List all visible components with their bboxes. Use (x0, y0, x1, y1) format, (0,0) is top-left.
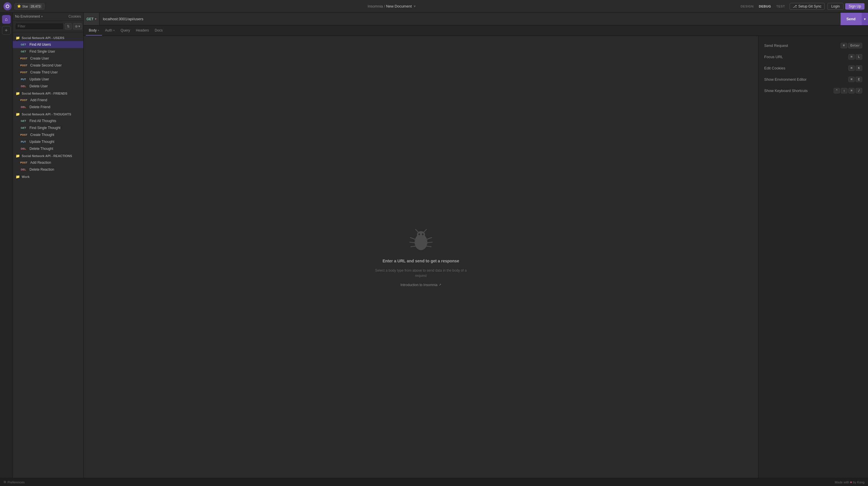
folder-icon: 📁 (16, 112, 20, 116)
item-label: Create Thought (30, 133, 54, 137)
tab-docs[interactable]: Docs (152, 26, 165, 36)
send-button-group: Send ▾ (840, 13, 868, 25)
key-l: L (856, 54, 862, 60)
sidebar-item-add-friend[interactable]: POST Add Friend (13, 97, 83, 103)
sidebar-item-create-user[interactable]: POST Create User (13, 55, 83, 62)
tab-headers[interactable]: Headers (133, 26, 152, 36)
shortcut-cookies-label: Edit Cookies (764, 66, 785, 70)
shortcut-env-editor: Show Environment Editor ⌘ E (764, 77, 862, 82)
by-kong-text: by Kong (853, 481, 865, 484)
filter-input[interactable] (15, 23, 64, 30)
item-label: Create Second User (30, 63, 62, 67)
git-sync-label: Setup Git Sync (798, 4, 822, 8)
tab-auth[interactable]: Auth ▾ (102, 26, 118, 36)
tab-query[interactable]: Query (118, 26, 133, 36)
sidebar-item-delete-friend[interactable]: DEL Delete Friend (13, 103, 83, 111)
add-nav-button[interactable]: + (2, 26, 11, 35)
method-selector[interactable]: GET ▾ (84, 13, 99, 25)
login-button[interactable]: Login (828, 3, 843, 10)
sidebar-item-add-reaction[interactable]: POST Add Reaction (13, 159, 83, 166)
group-friends-label: Social Network API - FRIENDS (22, 92, 67, 95)
method-badge-put: PUT (19, 140, 28, 144)
made-by: Made with ♥ by Kong (835, 481, 865, 484)
sidebar-item-create-second-user[interactable]: POST Create Second User (13, 62, 83, 69)
bug-icon (408, 227, 434, 254)
key-cmd: ⌘ (848, 54, 855, 60)
tab-body-label: Body (89, 28, 97, 32)
test-mode-button[interactable]: TEST (775, 4, 787, 9)
shortcut-keyboard-shortcuts: Show Keyboard Shortcuts ^ ⇧ ⌘ / (764, 88, 862, 93)
cookies-button[interactable]: Cookies (68, 14, 81, 19)
shortcut-focus-url: Focus URL ⌘ L (764, 54, 862, 60)
sidebar-item-find-single-user[interactable]: GET Find Single User (13, 48, 83, 55)
item-label: Update User (30, 77, 49, 81)
item-label: Create User (30, 56, 49, 60)
environment-selector[interactable]: No Environment ▾ (15, 14, 43, 19)
signup-button[interactable]: Sign Up (845, 3, 865, 9)
method-label: GET (87, 17, 94, 21)
sidebar-item-find-all-users[interactable]: GET Find All Users (13, 41, 83, 48)
method-badge-post: POST (19, 133, 29, 136)
item-label: Update Thought (30, 140, 54, 144)
item-label: Find All Users (30, 42, 51, 47)
key-shift: ⇧ (841, 88, 847, 93)
add-request-button[interactable]: ⊕ ▾ (73, 23, 82, 30)
group-users[interactable]: 📁 Social Network API - USERS (13, 34, 83, 41)
sidebar-item-find-all-thoughts[interactable]: GET Find All Thoughts (13, 117, 83, 124)
git-sync-button[interactable]: ⎇ Setup Git Sync (789, 3, 825, 10)
sidebar-item-update-thought[interactable]: PUT Update Thought (13, 138, 83, 145)
method-badge-del: DEL (19, 147, 28, 150)
item-label: Create Third User (30, 70, 58, 74)
method-badge-get: GET (19, 119, 28, 123)
sidebar-item-create-third-user[interactable]: POST Create Third User (13, 69, 83, 76)
topbar-right: Login Sign Up (828, 3, 865, 10)
sidebar: No Environment ▾ Cookies ⇅ ⊕ ▾ 📁 Social … (13, 13, 84, 478)
home-icon: ⌂ (5, 17, 8, 22)
content-area: Enter a URL and send to get a response S… (84, 36, 868, 478)
mode-buttons: DESIGN DEBUG TEST (739, 4, 787, 9)
app-logo[interactable] (3, 2, 11, 10)
home-nav-button[interactable]: ⌂ (2, 15, 11, 24)
empty-state: Enter a URL and send to get a response S… (84, 36, 758, 478)
folder-icon: 📁 (16, 36, 20, 40)
send-dropdown-button[interactable]: ▾ (861, 13, 868, 25)
sidebar-item-create-thought[interactable]: POST Create Thought (13, 131, 83, 138)
group-friends[interactable]: 📁 Social Network API - FRIENDS (13, 90, 83, 97)
item-label: Find Single Thought (30, 126, 60, 130)
key-cmd: ⌘ (840, 43, 847, 48)
intro-link[interactable]: Introduction to Insomnia ↗ (400, 283, 441, 287)
add-request-icon: ⊕ (75, 24, 78, 28)
heart-icon: ♥ (850, 481, 852, 484)
svg-line-6 (411, 246, 415, 247)
sidebar-item-delete-user[interactable]: DEL Delete User (13, 83, 83, 90)
group-work[interactable]: 📁 Work (13, 173, 83, 180)
preferences-label: Preferences (7, 481, 25, 484)
item-label: Add Friend (30, 98, 48, 102)
key-k: K (856, 65, 862, 71)
breadcrumb-app: Insomnia (368, 4, 383, 8)
design-mode-button[interactable]: DESIGN (739, 4, 755, 9)
request-bar: GET ▾ Send ▾ (84, 13, 868, 26)
method-badge-get: GET (19, 126, 28, 130)
group-thoughts[interactable]: 📁 Social Network API - THOUGHTS (13, 111, 83, 117)
method-badge-del: DEL (19, 105, 28, 109)
sidebar-item-find-single-thought[interactable]: GET Find Single Thought (13, 124, 83, 131)
svg-line-3 (424, 230, 427, 232)
method-chevron-icon: ▾ (95, 18, 96, 21)
sidebar-item-update-user[interactable]: PUT Update User (13, 76, 83, 83)
url-input[interactable] (99, 13, 841, 25)
breadcrumb-doc[interactable]: New Document (386, 4, 412, 8)
sidebar-item-delete-reaction[interactable]: DEL Delete Reaction (13, 166, 83, 173)
empty-state-subtitle: Select a body type from above to send da… (372, 268, 470, 278)
star-button[interactable]: ⭐ Star 28,473 (14, 3, 44, 9)
debug-mode-button[interactable]: DEBUG (757, 4, 773, 9)
sidebar-item-delete-thought[interactable]: DEL Delete Thought (13, 145, 83, 152)
send-main-button[interactable]: Send (840, 13, 861, 25)
item-label: Delete User (30, 84, 48, 88)
preferences-button[interactable]: ⚙ Preferences (3, 480, 25, 484)
group-reactions[interactable]: 📁 Social Network API - REACTIONS (13, 152, 83, 159)
svg-point-10 (418, 234, 420, 235)
external-link-icon: ↗ (439, 283, 441, 287)
tab-body[interactable]: Body ▾ (86, 26, 102, 36)
filter-sort-button[interactable]: ⇅ (65, 23, 72, 30)
